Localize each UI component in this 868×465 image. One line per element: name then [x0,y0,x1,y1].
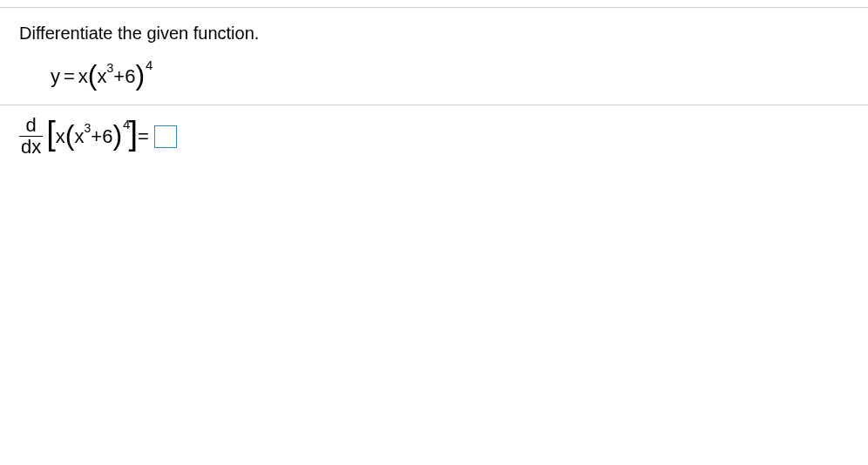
numerator-d: d [24,116,38,136]
left-paren-2: ( [65,121,75,149]
left-bracket: [ [46,118,56,148]
d-dx-fraction: d dx [19,116,43,157]
const-6-2: 6 [102,125,112,148]
inner-exp: 3 [107,61,114,75]
equals-sign-2: = [138,125,149,148]
factor-x-2: x [56,125,65,148]
left-paren: ( [88,61,98,89]
right-paren: ) [135,61,145,89]
inner-x-2: x [74,125,84,148]
paren-group: ( x 3 + 6 ) [88,63,145,91]
paren-group-2: ( x 3 + 6 ) [65,123,122,151]
inner-x: x [98,65,107,88]
const-6: 6 [125,65,135,88]
right-bracket: ] [128,118,138,148]
factor-x: x [78,65,88,88]
plus-2: + [91,125,102,148]
instruction-text: Differentiate the given function. [19,24,849,44]
answer-input[interactable] [154,125,177,148]
lhs-y: y [51,65,60,88]
outer-exp: 4 [146,57,153,72]
plus: + [113,65,125,88]
inner-exp-2: 3 [84,121,91,135]
denominator-dx: dx [19,136,43,157]
problem-section: Differentiate the given function. y = x … [0,8,868,104]
right-paren-2: ) [112,121,122,149]
answer-section: d dx [ x ( x 3 + 6 ) 4 ] = [0,105,868,167]
equals-sign: = [64,65,75,88]
given-function: y = x ( x 3 + 6 ) 4 [19,63,849,91]
